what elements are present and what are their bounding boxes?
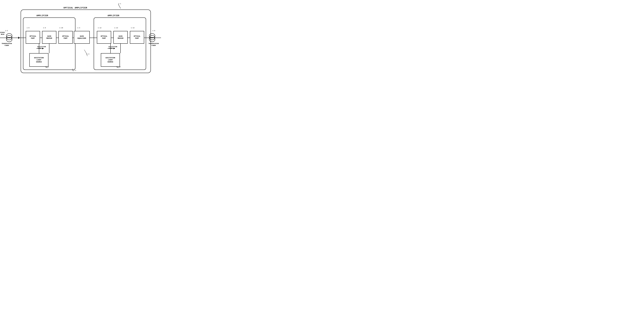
optical-amplifier-label: OPTICAL AMPLIFIER: [64, 7, 87, 9]
optical-part-right-box: OPTICALPART: [97, 31, 111, 44]
svg-point-4: [149, 36, 155, 40]
vert-line-left: [49, 44, 50, 53]
ref-1-3-line: [81, 49, 90, 57]
ref-1-9: 1-9: [43, 27, 46, 29]
right-fiber-coil: [147, 32, 157, 43]
excitation-arrow-left: [36, 47, 44, 50]
excitation-light-source-left-box: EXCITATIONLIGHTSOURCE: [29, 53, 48, 67]
ref-1-10: 1-10: [60, 27, 63, 29]
ref-1-14: 1-14: [131, 27, 134, 29]
vert-line-right: [120, 44, 121, 53]
diagram: OPTICAL AMPLIFIER 1-1 AMPLIFIER AMPLIFIE…: [0, 0, 161, 81]
ref-1-12: 1-12: [98, 27, 102, 29]
vert-line-left2: [39, 44, 39, 53]
ref-1-7-line: [44, 66, 51, 69]
ref-1-5: 1-5: [5, 30, 8, 32]
svg-marker-9: [114, 48, 115, 49]
excitation-light-source-right-box: EXCITATIONLIGHTSOURCE: [101, 53, 120, 67]
signal-beam-label: SIGNALBEAM: [0, 32, 5, 36]
ref-1-11-line: [116, 66, 122, 69]
signal-arrow: [18, 37, 20, 39]
ref-1-4: 1-4: [77, 27, 80, 29]
right-amplifier-label: AMPLIFIER: [108, 14, 120, 17]
vert-line-right2: [110, 44, 111, 53]
svg-marker-7: [42, 48, 44, 49]
ref-1-8: 1-8: [27, 27, 29, 29]
transmission-fiber-right-label: TRANSMISSIONFIBER: [148, 43, 159, 46]
ref-1-6: 1-6: [152, 30, 155, 32]
left-amplifier-label: AMPLIFIER: [36, 14, 48, 17]
svg-point-1: [6, 36, 12, 40]
gain-equalizer-box: GAINEQUALIZER: [74, 31, 90, 44]
optical-part-left2-box: OPTICALPART: [58, 31, 73, 44]
optical-part-right2-box: OPTICALPART: [130, 31, 144, 44]
ref-1-13: 1-13: [114, 27, 118, 29]
ref-1-1-line: [111, 3, 124, 11]
transmission-fiber-left-label: TRANSMISSIONFIBER: [2, 43, 12, 46]
optical-part-left-box: OPTICALPART: [26, 31, 40, 44]
ref-1-2-line: [71, 68, 78, 72]
gain-medium-right-box: GAINMEDIUM: [113, 31, 128, 44]
left-fiber-coil: [4, 32, 14, 43]
excitation-arrow-right: [108, 47, 116, 50]
gain-medium-left-box: GAINMEDIUM: [42, 31, 56, 44]
